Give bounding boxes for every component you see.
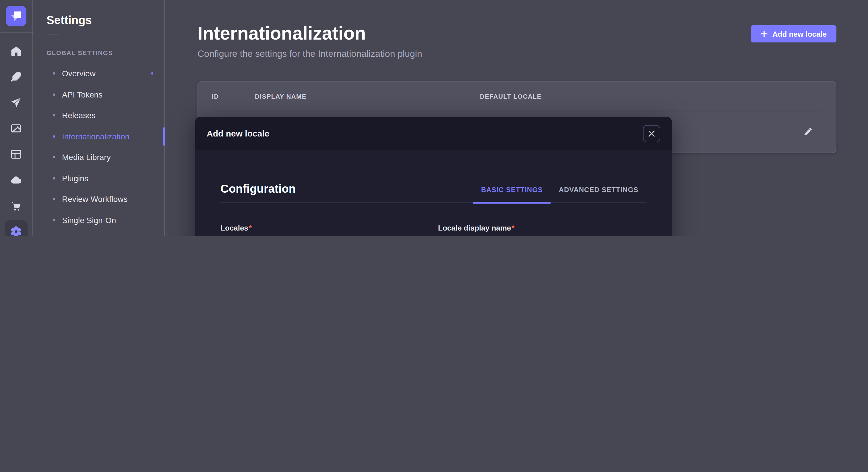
required-asterisk: * [249, 224, 252, 232]
bullet [53, 135, 55, 138]
close-icon[interactable] [643, 125, 660, 142]
content-type-builder-icon[interactable] [5, 143, 28, 166]
sidebar-item-label: Review Workflows [62, 195, 127, 204]
strapi-admin-app: KD Settings GLOBAL SETTINGS Overview API… [0, 0, 868, 236]
column-header-id: ID [212, 93, 255, 100]
sidebar-item-plugins[interactable]: Plugins [46, 168, 164, 189]
rail-icons [5, 40, 28, 236]
subnav-title-rule [46, 34, 60, 34]
modal-body: Configuration BASIC SETTINGS ADVANCED SE… [195, 150, 672, 236]
page-subtitle: Configure the settings for the Internati… [197, 47, 836, 61]
configuration-title: Configuration [220, 182, 296, 202]
media-library-icon[interactable] [5, 117, 28, 140]
bullet [53, 114, 55, 117]
settings-tabs: BASIC SETTINGS ADVANCED SETTINGS [473, 186, 646, 202]
locale-form: Locales* French (fr) Locale display name… [220, 223, 646, 236]
bullet [53, 177, 55, 179]
modal-title: Add new locale [207, 129, 269, 138]
locales-label: Locales* [220, 224, 252, 232]
required-asterisk: * [512, 224, 515, 232]
strapi-logo-icon [6, 6, 26, 26]
sidebar-item-transfer-tokens[interactable]: Transfer Tokens [46, 231, 164, 236]
display-name-field-group: Locale display name* Locale will be disp… [438, 223, 646, 236]
notification-dot [151, 72, 153, 75]
bullet [53, 198, 55, 200]
sidebar-item-single-sign-on[interactable]: Single Sign-On [46, 210, 164, 231]
bullet [53, 219, 55, 222]
settings-gear-icon[interactable] [5, 220, 28, 236]
bullet [53, 72, 55, 75]
paper-plane-icon[interactable] [5, 91, 28, 114]
rail-divider [0, 32, 32, 33]
add-new-locale-modal: Add new locale Configuration BASIC SETTI… [195, 117, 672, 236]
column-header-display-name: DISPLAY NAME [255, 93, 480, 100]
page-header: Internationalization Configure the setti… [197, 22, 836, 61]
sidebar-item-label: Internationalization [62, 132, 129, 141]
sidebar-item-label: Single Sign-On [62, 216, 116, 225]
section-global-settings: GLOBAL SETTINGS [46, 49, 164, 56]
bullet [53, 94, 55, 96]
add-new-locale-label: Add new locale [772, 30, 827, 38]
subnav-title: Settings [46, 14, 164, 27]
sidebar-item-review-workflows[interactable]: Review Workflows [46, 189, 164, 210]
tab-advanced-settings[interactable]: ADVANCED SETTINGS [551, 186, 646, 202]
locales-field-group: Locales* French (fr) [220, 223, 429, 236]
global-settings-list: Overview API Tokens Releases Internation… [46, 63, 164, 236]
sidebar-item-media-library[interactable]: Media Library [46, 147, 164, 168]
add-new-locale-button[interactable]: Add new locale [751, 25, 836, 42]
strapi-logo[interactable] [6, 6, 26, 26]
configuration-header-row: Configuration BASIC SETTINGS ADVANCED SE… [220, 150, 646, 203]
page-title: Internationalization [197, 22, 836, 45]
bullet [53, 156, 55, 159]
display-name-label: Locale display name* [438, 224, 515, 232]
edit-pencil-icon[interactable] [803, 127, 813, 137]
sidebar-item-label: Media Library [62, 153, 111, 162]
column-header-default-locale: DEFAULT LOCALE [480, 93, 822, 100]
modal-header: Add new locale [195, 117, 672, 150]
sidebar-item-api-tokens[interactable]: API Tokens [46, 84, 164, 105]
sidebar-item-label: Plugins [62, 174, 88, 183]
tab-basic-settings[interactable]: BASIC SETTINGS [473, 186, 551, 204]
sidebar-item-label: API Tokens [62, 90, 102, 99]
plus-icon [761, 30, 768, 37]
home-icon[interactable] [5, 40, 28, 63]
icon-rail: KD [0, 0, 33, 236]
cloud-icon[interactable] [5, 169, 28, 192]
sidebar-item-releases[interactable]: Releases [46, 105, 164, 126]
sidebar-item-label: Releases [62, 111, 96, 120]
settings-subnav: Settings GLOBAL SETTINGS Overview API To… [33, 0, 165, 236]
sidebar-item-overview[interactable]: Overview [46, 63, 164, 84]
table-header-row: ID DISPLAY NAME DEFAULT LOCALE [198, 82, 836, 111]
sidebar-item-label: Overview [62, 69, 96, 78]
sidebar-item-internationalization[interactable]: Internationalization [46, 126, 164, 147]
quill-icon[interactable] [5, 65, 28, 88]
marketplace-cart-icon[interactable] [5, 194, 28, 217]
